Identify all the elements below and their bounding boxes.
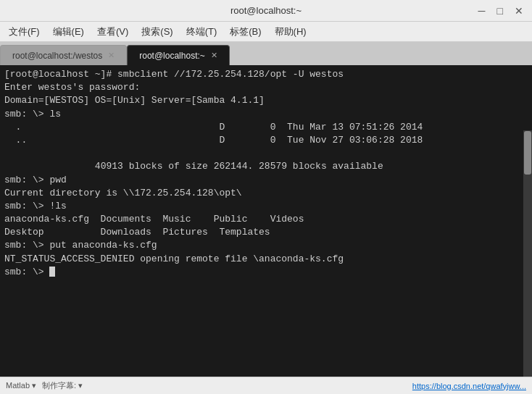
scrollbar[interactable] bbox=[523, 130, 532, 394]
maximize-button[interactable]: □ bbox=[494, 6, 506, 16]
tab-bar: root@localhost:/westos ✕ root@localhost:… bbox=[0, 42, 532, 65]
tab-westos[interactable]: root@localhost:/westos ✕ bbox=[0, 45, 127, 65]
cursor bbox=[49, 267, 55, 277]
terminal-wrapper: [root@localhost ~]# smbclient //172.25.2… bbox=[0, 65, 532, 377]
close-button[interactable]: ✕ bbox=[512, 6, 526, 16]
bottom-left-items: Matlab ▾ 制作字幕: ▾ bbox=[6, 380, 83, 391]
bottom-bar: Matlab ▾ 制作字幕: ▾ https://blog.csdn.net/q… bbox=[0, 377, 532, 394]
tab-home[interactable]: root@localhost:~ ✕ bbox=[127, 45, 230, 65]
window-title: root@localhost:~ bbox=[230, 5, 302, 16]
title-bar: root@localhost:~ ─ □ ✕ bbox=[0, 0, 532, 22]
tab-home-label: root@localhost:~ bbox=[139, 51, 205, 61]
window-controls: ─ □ ✕ bbox=[475, 6, 526, 16]
menu-search[interactable]: 搜索(S) bbox=[136, 24, 178, 40]
menu-bar: 文件(F) 编辑(E) 查看(V) 搜索(S) 终端(T) 标签(B) 帮助(H… bbox=[0, 22, 532, 42]
matlab-button[interactable]: Matlab ▾ bbox=[6, 380, 36, 391]
terminal-output[interactable]: [root@localhost ~]# smbclient //172.25.2… bbox=[0, 65, 532, 377]
minimize-button[interactable]: ─ bbox=[475, 6, 489, 16]
menu-file[interactable]: 文件(F) bbox=[3, 24, 46, 40]
menu-help[interactable]: 帮助(H) bbox=[269, 24, 312, 40]
tab-westos-close[interactable]: ✕ bbox=[108, 51, 115, 60]
csdn-link[interactable]: https://blog.csdn.net/qwafyjww... bbox=[412, 382, 526, 390]
tab-home-close[interactable]: ✕ bbox=[211, 51, 217, 60]
menu-tabs[interactable]: 标签(B) bbox=[224, 24, 267, 40]
tab-westos-label: root@localhost:/westos bbox=[12, 51, 102, 61]
subtitle-button[interactable]: 制作字幕: ▾ bbox=[42, 380, 83, 391]
scrollbar-thumb[interactable] bbox=[524, 131, 531, 175]
menu-terminal[interactable]: 终端(T) bbox=[180, 24, 223, 40]
menu-view[interactable]: 查看(V) bbox=[91, 24, 134, 40]
menu-edit[interactable]: 编辑(E) bbox=[47, 24, 90, 40]
